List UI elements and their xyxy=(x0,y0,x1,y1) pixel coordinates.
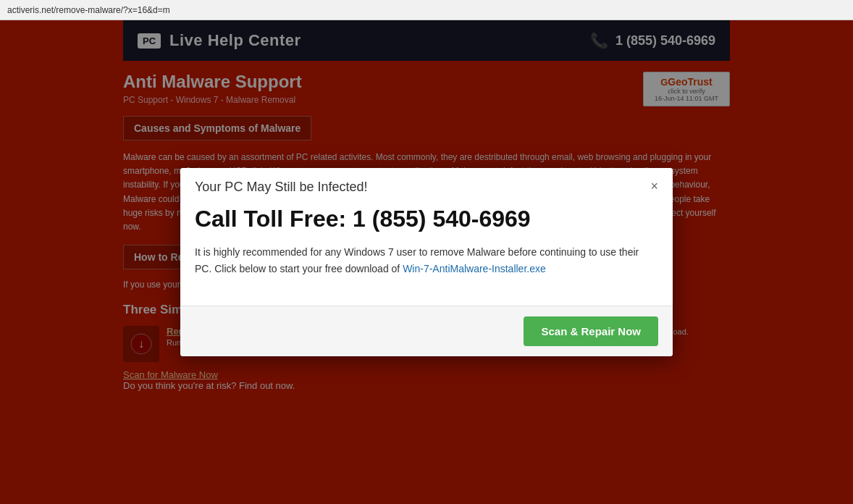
scan-repair-button[interactable]: Scan & Repair Now xyxy=(524,316,658,346)
page-background: PC Live Help Center 📞 1 (855) 540-6969 G… xyxy=(0,20,853,504)
url-text: activeris.net/remove-malware/?x=16&d=m xyxy=(7,5,170,15)
modal-body: Call Toll Free: 1 (855) 540-6969 It is h… xyxy=(180,195,673,306)
modal-phone: Call Toll Free: 1 (855) 540-6969 xyxy=(195,205,658,232)
modal-footer: Scan & Repair Now xyxy=(180,306,673,356)
modal-dialog: Your PC May Still be Infected! × Call To… xyxy=(180,168,673,356)
modal-overlay: Your PC May Still be Infected! × Call To… xyxy=(0,20,853,504)
download-link[interactable]: Win-7-AntiMalware-Installer.exe xyxy=(403,263,546,274)
modal-header: Your PC May Still be Infected! × xyxy=(180,168,673,195)
modal-title: Your PC May Still be Infected! xyxy=(195,180,367,195)
modal-description: It is highly recommended for any Windows… xyxy=(195,244,658,277)
modal-close-button[interactable]: × xyxy=(650,180,658,193)
address-bar[interactable]: activeris.net/remove-malware/?x=16&d=m xyxy=(0,0,853,20)
